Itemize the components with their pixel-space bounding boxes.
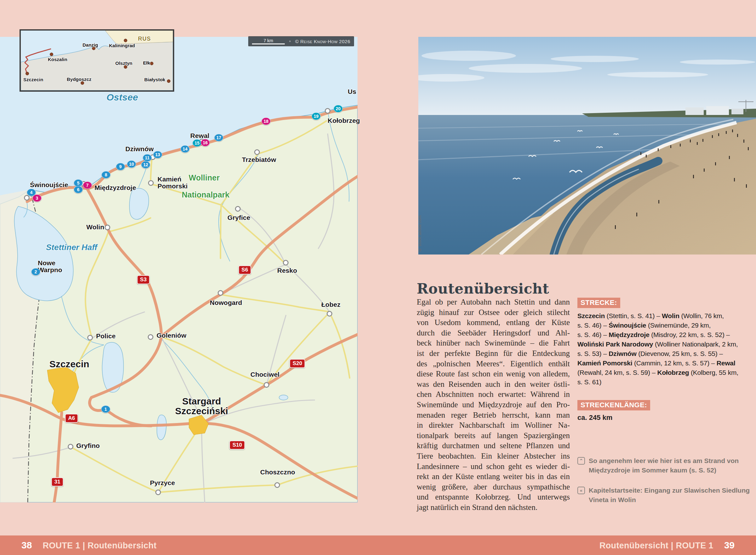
strecke-detail: (Swinemünde, 29 km, [646,322,711,329]
strecke-line: s. S. 61) [577,377,756,387]
inset-city-label: Bydgoszcz [67,77,91,82]
route-map-canvas [0,37,358,502]
body-line: durch die Seebäder Heringsdorf und Ahl- [417,328,570,338]
route-summary-box: STRECKE: Szczecin (Stettin, s. S. 41) – … [577,298,756,387]
body-line: jagt natürlich ein Strand den nächsten. [417,502,570,513]
body-line: kräftig durchatmen und seltene Pflanzen … [417,441,570,451]
body-line: menaden reger Betrieb herrscht, kann man [417,410,570,421]
body-line: von Usedom kommend, entlang der Küste [417,317,570,328]
caption-ref-icon: ⌃ [577,457,585,465]
footer-right-label: Routenübersicht | ROUTE 1 [599,541,713,551]
body-line: diese Route fast schon ein wenig von all… [417,369,570,379]
photo-credit: © stock.adobe.com [418,126,423,252]
body-line: ist der perfekte Beginn für die Entdecku… [417,348,570,359]
strecke-detail: (Dievenow, 25 km, s. S. 55) – [637,350,723,357]
strecke-detail: s. S. 46) – [577,331,608,338]
strecke-detail: (Cammin, 12 km, s. S. 57) – [632,359,716,367]
strecke-place: Rewal [717,359,736,367]
body-line: tionalpark bereits auf langen Spaziergän… [417,431,570,441]
strecke-detail: (Stettin, s. S. 41) – [605,312,662,319]
body-line: chen Abschnitten noch erwartet: Während … [417,389,570,400]
strecke-line: (Rewahl, 24 km, s. S. 59) – Kołobrzeg (K… [577,368,756,377]
inset-city-label: Kaliningrad [109,43,135,48]
inset-city-label: Danzig [83,43,98,48]
body-line: Landesinnere – und schon geht es wieder … [417,462,570,472]
strecke-place: Szczecin [577,312,605,319]
caption-text: So angenehm leer wie hier ist es am Stra… [589,456,739,475]
strecke-detail: (Rewahl, 24 km, s. S. 59) – [577,369,658,376]
strecke-detail: (Misdroy, 22 km, s. S. 52) – [649,331,730,338]
strecke-place: Wolin [662,312,679,319]
caption-text: Kapitelstartseite: Eingang zur Slawische… [589,486,750,505]
map-scalebar: 7 km © Reise Know-How 2026 [248,36,354,46]
strecke-line: Woliński Park Narodowy (Wolliner Nationa… [577,340,756,349]
inset-overview-map: DanzigKaliningradKoszalinOlsztynEłkSzcze… [19,29,174,92]
strecke-detail: (Wollin, 76 km, [679,312,724,319]
body-line: wenig größere, aber durchaus sympathisch… [417,482,570,492]
route-length-value: ca. 245 km [577,414,756,422]
strecke-text: Szczecin (Stettin, s. S. 41) – Wolin (Wo… [577,311,756,387]
inset-city-label: Białystok [144,77,165,82]
inset-rus-label: RUS [138,36,151,42]
caption-line: So angenehm leer wie hier ist es am Stra… [589,456,739,466]
strecke-detail: s. S. 46) – [577,322,608,329]
caption-ref-icon: « [577,487,585,494]
body-line: des „polnischen Meeres“. Eigentlich enth… [417,359,570,369]
strecke-detail: s. S. 61) [577,378,601,386]
strecke-place: Międzyzdroje [608,331,649,338]
footer-bar: 38 ROUTE 1 | Routenübersicht Routenübers… [0,536,756,555]
strecke-line: Szczecin (Stettin, s. S. 41) – Wolin (Wo… [577,311,756,321]
strecke-line: s. S. 46) – Świnoujście (Swinemünde, 29 … [577,321,756,330]
inset-city-dot [50,53,53,56]
footer-right: Routenübersicht | ROUTE 1 39 [599,540,734,551]
beach-photo-image [418,37,756,255]
streckenlaenge-header: STRECKENLÄNGE: [577,400,650,411]
map-copyright: © Reise Know-How 2026 [295,39,350,44]
inset-city-dot [150,62,154,65]
strecke-place: Świnoujście [608,322,646,329]
inset-city-label: Olsztyn [115,61,132,66]
strecke-detail: (Kolberg, 55 km, [689,369,739,376]
photo-caption-1: ⌃So angenehm leer wie hier ist es am Str… [577,456,756,475]
inset-city-label: Ełk [143,60,150,66]
strecke-detail: (Wolliner Nationalpark, 2 km, [653,341,738,348]
body-line: Egal ob per Autobahn nach Stettin und da… [417,297,570,307]
caption-line: Vineta in Wolin [589,495,750,505]
inset-city-label: Koszalin [48,57,68,62]
compass-icon [289,38,291,45]
photo-caption-2: «Kapitelstartseite: Eingang zur Slawisch… [577,486,756,505]
route-map [0,37,358,502]
body-line: und entspannte Kołobrzeg. Und unterwegs [417,492,570,502]
body-line: beck hinüber nach Swinemünde – die Fahrt [417,338,570,348]
strecke-header: STRECKE: [577,298,620,308]
caption-line: Kapitelstartseite: Eingang zur Slawische… [589,486,750,495]
scale-label: 7 km [264,38,273,43]
scale-rule [252,43,285,44]
body-line: in direkter Nachbarschaft im Wolliner Na… [417,420,570,431]
inset-city-dot [26,72,29,75]
page-title: Routenübersicht [417,281,549,297]
inset-city-dot [124,39,127,42]
strecke-line: Kamień Pomorski (Cammin, 12 km, s. S. 57… [577,358,756,368]
body-line: Swinemünde und Międzyzdroje auf den Pro- [417,400,570,410]
inset-city-dot [167,79,170,83]
body-line: was den Reisenden auch in den weiter öst… [417,379,570,390]
strecke-detail: s. S. 53) – [577,350,608,357]
inset-city-label: Szczecin [23,77,43,82]
caption-line: Międzyzdroje im Sommer kaum (s. S. 52) [589,466,739,475]
body-line: Tiere beobachten. Ein kleiner Abstecher … [417,451,570,462]
strecke-place: Dziwnów [608,350,636,357]
footer-left-label: ROUTE 1 | Routenübersicht [43,541,157,551]
scale-rule-group: 7 km [252,38,285,44]
footer-left: 38 ROUTE 1 | Routenübersicht [22,540,157,551]
page-number-left: 38 [22,540,32,551]
page-number-right: 39 [724,540,734,551]
route-length-box: STRECKENLÄNGE: ca. 245 km [577,400,756,422]
strecke-place: Kołobrzeg [658,369,689,376]
body-line: rekt an der Küste entlang weiter bis in … [417,472,570,482]
article-body: Egal ob per Autobahn nach Stettin und da… [417,297,570,512]
strecke-line: s. S. 53) – Dziwnów (Dievenow, 25 km, s.… [577,349,756,358]
body-line: zügig hinauf zur Ostsee oder gleich stil… [417,307,570,318]
strecke-place: Woliński Park Narodowy [577,341,653,348]
strecke-line: s. S. 46) – Międzyzdroje (Misdroy, 22 km… [577,330,756,340]
